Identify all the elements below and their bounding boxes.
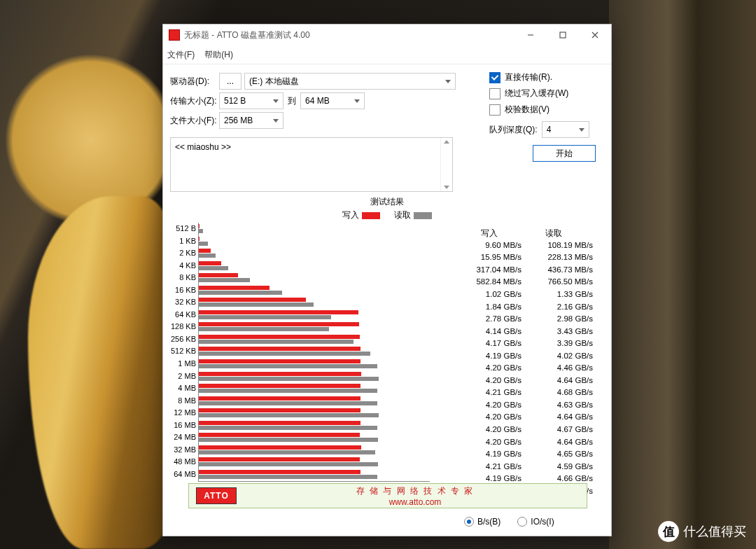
table-row: 4.20 GB/s4.67 GB/s [457,423,600,436]
drive-select[interactable]: (E:) 本地磁盘 [244,73,456,90]
app-window: 无标题 - ATTO 磁盘基准测试 4.00 文件(F) 帮助(H) 驱动器(D… [162,24,612,536]
results-table: 写入 读取 9.60 MB/s108.19 MB/s15.95 MB/s228.… [457,228,600,496]
category-label: 12 MB [162,408,196,417]
bar-row: 12 MB [199,407,430,419]
xfer-to-select[interactable]: 64 MB [300,92,365,109]
cell-read: 228.13 MB/s [528,253,600,261]
bar-read [199,291,282,295]
watermark-text: 什么值得买 [683,523,746,540]
bar-write [199,224,200,228]
cell-read: 2.16 GB/s [528,303,600,311]
radio-io-per-sec[interactable]: IO/s(I) [517,517,554,527]
bar-read [199,413,379,417]
bar-write [199,322,359,326]
col-read-header: 读取 [522,228,586,239]
queue-depth-value: 4 [547,125,552,134]
bar-row: 32 MB [199,444,430,457]
bar-write [199,372,361,376]
category-label: 8 KB [162,273,196,282]
table-row: 2.78 GB/s2.98 GB/s [457,312,600,325]
xfer-from-select[interactable]: 512 B [219,92,284,109]
cell-write: 4.19 GB/s [457,352,528,360]
cell-write: 4.20 GB/s [457,401,528,409]
category-label: 64 MB [162,470,196,478]
bar-row: 128 KB [199,321,430,333]
bar-row: 1 MB [199,358,430,370]
watermark: 值 什么值得买 [658,521,746,542]
radio-label: IO/s(I) [531,517,554,527]
radio-bytes-per-sec[interactable]: B/s(B) [464,517,500,527]
bar-row: 4 MB [199,382,430,395]
checkbox-bypass-cache[interactable]: 绕过写入缓存(W) [489,88,601,99]
legend-write-swatch [362,212,380,219]
queue-depth-select[interactable]: 4 [542,121,589,138]
category-label: 32 MB [162,445,196,454]
bar-write [199,445,361,450]
category-label: 128 KB [162,322,196,331]
bar-read [199,327,329,331]
category-label: 512 KB [162,347,196,355]
checkbox-verify[interactable]: 校验数据(V) [489,104,601,116]
cell-read: 1.33 GB/s [528,290,600,298]
checkbox-icon [489,72,500,83]
menu-help[interactable]: 帮助(H) [204,49,233,61]
minimize-button[interactable] [514,25,547,46]
category-label: 1 KB [162,237,196,245]
file-size-select[interactable]: 256 MB [219,112,284,129]
table-row: 4.19 GB/s4.02 GB/s [457,349,600,362]
category-label: 24 MB [162,433,196,441]
maximize-button[interactable] [547,25,579,46]
bar-row: 2 MB [199,370,430,383]
category-label: 16 MB [162,421,196,429]
bar-row: 64 KB [199,309,430,321]
checkbox-label: 直接传输(R). [505,71,552,83]
table-row: 4.14 GB/s3.43 GB/s [457,325,600,338]
category-label: 256 KB [162,335,196,343]
table-row: 4.21 GB/s4.68 GB/s [457,387,600,399]
cell-read: 4.46 GB/s [528,363,600,372]
cell-read: 3.39 GB/s [528,339,600,347]
cell-read: 2.98 GB/s [528,314,600,323]
bar-write [199,396,360,401]
bar-write [199,286,270,290]
description-textarea[interactable]: << miaoshu >> [170,137,453,192]
scrollbar[interactable] [440,138,452,191]
scroll-down-icon[interactable] [444,186,449,189]
cell-write: 4.21 GB/s [457,462,528,471]
scroll-up-icon[interactable] [444,140,449,144]
cell-write: 317.04 MB/s [457,265,528,274]
cell-read: 3.43 GB/s [528,327,600,335]
bar-write [199,421,360,425]
menu-file[interactable]: 文件(F) [167,49,195,61]
cell-read: 766.50 MB/s [528,277,600,286]
chart-title: 测试结果 [170,196,604,208]
cell-read: 4.65 GB/s [528,450,600,458]
table-row: 4.20 GB/s4.63 GB/s [457,398,600,411]
cell-write: 4.14 GB/s [457,327,528,335]
category-label: 8 MB [162,396,196,405]
table-row: 4.21 GB/s4.59 GB/s [457,460,600,473]
bar-row: 32 KB [199,296,430,309]
checkbox-direct[interactable]: 直接传输(R). [489,71,601,83]
cell-write: 582.84 MB/s [457,277,528,286]
xfer-from-value: 512 B [224,96,246,106]
close-button[interactable] [579,25,611,46]
bar-write [199,359,360,363]
bar-read [199,229,203,233]
bar-read [199,278,250,282]
start-button[interactable]: 开始 [533,145,596,162]
cell-read: 4.02 GB/s [528,352,600,360]
cell-write: 4.20 GB/s [457,438,528,446]
table-row: 4.20 GB/s4.64 GB/s [457,436,600,448]
drive-browse-button[interactable]: ... [219,73,241,90]
bar-read [199,315,331,319]
cell-write: 15.95 MB/s [457,253,528,261]
drive-select-value: (E:) 本地磁盘 [249,76,299,88]
bar-read [199,242,208,246]
bar-read [199,253,216,258]
bar-row: 8 MB [199,395,430,408]
bar-row: 1 KB [199,235,430,248]
titlebar[interactable]: 无标题 - ATTO 磁盘基准测试 4.00 [163,25,611,46]
table-row: 582.84 MB/s766.50 MB/s [457,276,600,289]
window-title: 无标题 - ATTO 磁盘基准测试 4.00 [184,29,310,41]
